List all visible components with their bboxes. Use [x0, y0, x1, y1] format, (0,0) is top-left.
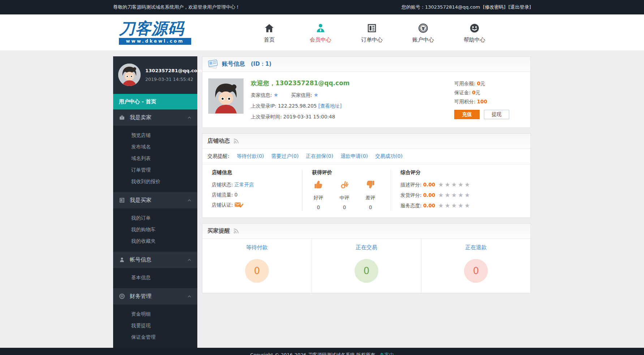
- sidebar-item-domain-list[interactable]: 域名列表: [113, 153, 197, 164]
- buyer-cell-refunding[interactable]: 正在退款 0: [421, 239, 531, 293]
- score-shipping: 发货评分: 0.00 ★★★★★: [400, 190, 521, 200]
- deposit-value: 0: [472, 90, 475, 95]
- sidebar-group-seller: 预览店铺 发布域名 域名列表 订单管理 我收到的报价: [113, 126, 197, 192]
- sidebar-section-account-info[interactable]: 帐号信息: [113, 252, 197, 268]
- user-id: (ID：1): [251, 61, 271, 68]
- section-label: 我是卖家: [130, 114, 151, 121]
- nav-label: 帮助中心: [459, 36, 490, 43]
- svg-text:¥: ¥: [421, 26, 425, 31]
- nav-item-account-center[interactable]: ¥ 账户中心: [407, 22, 439, 43]
- change-password-link[interactable]: [修改密码]: [483, 4, 506, 10]
- balance-label: 可用余额:: [454, 81, 476, 86]
- sidebar-section-finance[interactable]: ¥ 财务管理: [113, 288, 197, 304]
- page: 尊敬的刀客源码测试域名系统用户，欢迎登录用户管理中心！ 您的账号：1302357…: [0, 0, 644, 355]
- column-title: 获得评价: [312, 169, 381, 176]
- avatar: [118, 64, 141, 86]
- last-time-line: 上次登录时间: 2019-03-31 15:00:48: [251, 114, 454, 120]
- shop-dynamics-header: 店铺动态: [202, 134, 531, 149]
- sidebar-item-my-cart[interactable]: 我的购物车: [113, 224, 197, 235]
- avatar: [208, 78, 244, 114]
- sidebar-item-order-manage[interactable]: 订单管理: [113, 164, 197, 176]
- sidebar-item-deposit-manage[interactable]: 保证金管理: [113, 332, 197, 343]
- ok-hand-icon: [339, 179, 349, 190]
- reminder-waiting-payment[interactable]: 等待付款(0): [237, 153, 264, 160]
- last-ip-label: 上次登录IP:: [251, 103, 276, 109]
- profile-login-time: 2019-03-31 14:55:42: [145, 77, 202, 82]
- chevron-up-icon: [187, 259, 192, 261]
- nav-item-order-center[interactable]: 订单中心: [356, 22, 388, 43]
- user-icon: [119, 257, 125, 263]
- ratings-column: 获得评价 好评 0 中评 0: [302, 169, 391, 211]
- rss-icon: [233, 228, 239, 234]
- last-ip-line: 上次登录IP: 122.225.98.205 [查看地址]: [251, 103, 454, 109]
- rating-positive: 好评 0: [313, 179, 323, 210]
- welcome-text: 欢迎您，1302357281@qq.com: [251, 79, 454, 87]
- home-icon: [264, 23, 275, 34]
- shop-status-link[interactable]: 正常开店: [235, 179, 254, 190]
- sidebar-item-my-favorites[interactable]: 我的收藏夹: [113, 235, 197, 247]
- reminder-need-transfer[interactable]: 需要过户(0): [271, 153, 299, 160]
- chevron-up-icon: [187, 199, 192, 202]
- sidebar-section-buyer[interactable]: 我是买家: [113, 192, 197, 208]
- logout-link[interactable]: [退出登录]: [508, 4, 531, 10]
- shop-dynamics-panel: 店铺动态 交易提醒: 等待付款(0) 需要过户(0) 正在担保(0) 退款申请(…: [202, 133, 531, 218]
- sidebar-profile: 1302357281@qq.com 2019-03-31 14:55:42: [113, 56, 197, 94]
- view-address-link[interactable]: [查看地址]: [318, 103, 342, 109]
- sidebar-item-basic-info[interactable]: 基本信息: [113, 272, 197, 283]
- cell-title: 正在交易: [312, 244, 421, 251]
- content-area: 账号信息 (ID：1) 欢迎您，1302357281@qq.com 卖家信息: …: [202, 56, 531, 299]
- score-service: 服务态度: 0.00 ★★★★★: [400, 200, 521, 211]
- column-title: 综合评分: [400, 169, 521, 176]
- cell-title: 等待付款: [202, 244, 312, 251]
- account-info-body: 欢迎您，1302357281@qq.com 卖家信息: ★ 买家信用: ★ 上次…: [202, 72, 531, 127]
- chevron-up-icon: [187, 295, 192, 298]
- withdraw-button[interactable]: 提现: [484, 110, 509, 119]
- sidebar-item-withdraw[interactable]: 我要提现: [113, 320, 197, 332]
- site-logo[interactable]: 刀客源码 www.dkewl.com: [119, 20, 191, 44]
- sidebar-item-received-offers[interactable]: 我收到的报价: [113, 176, 197, 187]
- account-info-panel: 账号信息 (ID：1) 欢迎您，1302357281@qq.com 卖家信息: …: [202, 56, 531, 128]
- buyer-star-icon: ★: [314, 92, 318, 98]
- rating-count: 0: [365, 204, 375, 210]
- nav-label: 订单中心: [356, 36, 388, 43]
- nav-label: 首页: [253, 36, 285, 43]
- rating-label: 中评: [339, 195, 349, 201]
- buyer-cell-in-transaction[interactable]: 正在交易 0: [312, 239, 421, 293]
- reminder-label: 交易提醒:: [207, 153, 229, 160]
- count-badge: 0: [245, 259, 269, 283]
- reminder-in-escrow[interactable]: 正在担保(0): [306, 153, 333, 160]
- score-label: 服务态度:: [400, 200, 422, 211]
- sidebar-item-preview-shop[interactable]: 预览店铺: [113, 130, 197, 141]
- sidebar-item-fund-details[interactable]: 资金明细: [113, 308, 197, 320]
- sidebar-item-user-center-home[interactable]: 用户中心 - 首页: [113, 94, 197, 109]
- sidebar-item-my-orders[interactable]: 我的订单: [113, 212, 197, 224]
- reminder-completed[interactable]: 交易成功(0): [375, 153, 403, 160]
- nav-item-help-center[interactable]: 帮助中心: [459, 22, 490, 43]
- section-label: 帐号信息: [130, 256, 151, 263]
- star-rating-icons: ★★★★★: [438, 190, 471, 200]
- section-label: 我是买家: [130, 197, 151, 204]
- points-value: 100: [477, 99, 487, 104]
- sidebar-group-buyer: 我的订单 我的购物车 我的收藏夹: [113, 208, 197, 252]
- beian-link[interactable]: 备案中: [380, 352, 394, 355]
- nav-item-member-center[interactable]: 会员中心: [305, 22, 336, 43]
- sidebar-item-publish-domain[interactable]: 发布域名: [113, 141, 197, 153]
- main-nav: 首页 会员中心 订单中心 ¥ 账户中心 帮助中心: [253, 22, 490, 43]
- account-email: 13023572814@qq.com: [425, 4, 480, 10]
- cell-title: 正在退款: [421, 244, 531, 251]
- rating-negative: 差评 0: [365, 179, 375, 210]
- nav-label: 账户中心: [407, 36, 439, 43]
- id-card-icon: [207, 60, 218, 69]
- shop-info-column: 店铺信息 店铺状态: 正常开店 店铺流量: 0 店铺认证:: [202, 169, 302, 211]
- buyer-cell-waiting-payment[interactable]: 等待付款 0: [202, 239, 312, 293]
- reminder-refund-request[interactable]: 退款申请(0): [340, 153, 368, 160]
- nav-item-home[interactable]: 首页: [253, 22, 285, 43]
- count-badge: 0: [355, 259, 378, 283]
- sidebar-section-seller[interactable]: 我是卖家: [113, 109, 197, 126]
- last-ip-value: 122.225.98.205: [278, 103, 317, 109]
- column-title: 店铺信息: [212, 169, 293, 176]
- recharge-button[interactable]: 充值: [454, 110, 480, 119]
- sidebar-group-finance: 资金明细 我要提现 保证金管理: [113, 304, 197, 348]
- deposit-row: 保证金: 0元: [454, 88, 525, 97]
- rating-label: 好评: [313, 195, 323, 201]
